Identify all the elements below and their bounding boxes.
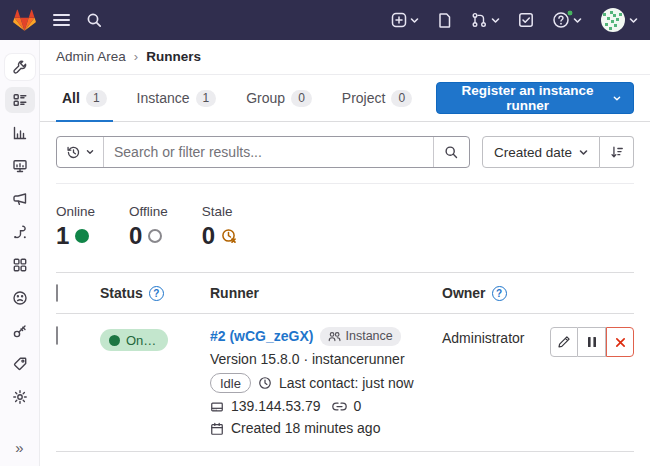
runner-tabs-row: All 1 Instance 1 Group 0 Project 0 Regis… xyxy=(40,75,650,122)
search-icon[interactable] xyxy=(86,12,103,29)
stale-count: 0 xyxy=(202,224,215,248)
runner-status-badge: Online xyxy=(100,329,168,351)
register-instance-runner-button[interactable]: Register an instance runner xyxy=(436,82,634,114)
select-all-checkbox[interactable] xyxy=(56,284,58,302)
online-dot-icon xyxy=(109,335,120,346)
top-navbar xyxy=(0,0,650,40)
gear-icon xyxy=(12,389,28,405)
offline-status-icon xyxy=(148,229,162,243)
runner-header: Runner xyxy=(210,285,259,301)
sidebar-item-labels[interactable] xyxy=(5,351,35,377)
runner-ip-address: 139.144.53.79 xyxy=(231,398,321,415)
user-avatar-menu[interactable] xyxy=(600,7,638,33)
sort-descending-icon xyxy=(610,145,624,159)
megaphone-icon xyxy=(12,191,28,207)
online-status-icon xyxy=(75,229,89,243)
filter-row: Created date xyxy=(56,136,634,184)
stale-clock-icon xyxy=(221,228,237,244)
chevron-down-icon xyxy=(579,149,588,156)
help-menu-button[interactable] xyxy=(552,11,582,29)
tab-group[interactable]: Group 0 xyxy=(240,75,318,121)
users-icon xyxy=(328,331,341,342)
online-count: 1 xyxy=(56,224,69,248)
sidebar-item-deploy-keys[interactable] xyxy=(5,318,35,344)
sidebar-item-abuse-reports[interactable] xyxy=(5,285,35,311)
status-help-icon[interactable]: ? xyxy=(149,286,164,301)
search-submit-button[interactable] xyxy=(433,137,469,167)
runner-idle-badge: Idle xyxy=(210,373,251,393)
sort-by-dropdown[interactable]: Created date xyxy=(482,136,600,168)
sidebar-item-messages[interactable] xyxy=(5,186,35,212)
new-menu-button[interactable] xyxy=(391,12,419,28)
status-header: Status xyxy=(100,285,143,301)
tab-all[interactable]: All 1 xyxy=(56,75,113,121)
sidebar-item-applications[interactable] xyxy=(5,252,35,278)
tag-icon xyxy=(12,356,28,372)
avatar xyxy=(600,7,626,33)
breadcrumb-separator: › xyxy=(134,49,138,64)
wrench-icon xyxy=(12,59,28,75)
runners-table: Status? Runner Owner? Online #2 (wCG_zeG… xyxy=(56,272,634,452)
chevron-down-icon xyxy=(410,17,419,24)
chevron-down-icon xyxy=(629,17,638,24)
owner-header: Owner xyxy=(442,285,486,301)
tab-project-count: 0 xyxy=(391,90,412,107)
sort-direction-button[interactable] xyxy=(600,136,634,168)
todos-button[interactable] xyxy=(518,12,534,28)
chevron-down-icon xyxy=(613,95,621,102)
owner-help-icon[interactable]: ? xyxy=(492,286,507,301)
sort-controls: Created date xyxy=(482,136,634,168)
runner-last-contact: Last contact: just now xyxy=(279,375,414,392)
gitlab-logo[interactable] xyxy=(12,8,37,32)
breadcrumb-admin-area-link[interactable]: Admin Area xyxy=(56,49,126,64)
admin-sidebar: » xyxy=(0,40,40,466)
bar-chart-icon xyxy=(12,125,28,141)
applications-grid-icon xyxy=(12,257,28,273)
merge-requests-button[interactable] xyxy=(471,12,500,28)
issues-button[interactable] xyxy=(437,12,453,29)
sidebar-item-runners[interactable] xyxy=(5,87,35,113)
tab-all-count: 1 xyxy=(86,90,107,107)
breadcrumb: Admin Area › Runners xyxy=(40,40,650,75)
close-icon xyxy=(615,337,626,348)
disk-icon xyxy=(210,400,224,414)
main-content: Admin Area › Runners All 1 Instance 1 Gr… xyxy=(40,40,650,466)
link-icon xyxy=(332,401,347,412)
runner-created-time: Created 18 minutes ago xyxy=(231,420,380,437)
stat-online: Online 1 xyxy=(56,204,95,248)
chevron-down-icon xyxy=(86,149,94,155)
sidebar-item-system-hooks[interactable] xyxy=(5,219,35,245)
sidebar-item-monitoring[interactable] xyxy=(5,153,35,179)
runner-status-stats: Online 1 Offline 0 Stale 0 xyxy=(40,184,650,272)
search-history-dropdown[interactable] xyxy=(57,137,104,167)
pencil-icon xyxy=(557,335,571,349)
runner-owner-link[interactable]: Administrator xyxy=(442,330,524,346)
tab-instance[interactable]: Instance 1 xyxy=(131,75,223,121)
row-checkbox[interactable] xyxy=(56,326,58,345)
notification-dot xyxy=(566,9,574,17)
pause-runner-button[interactable] xyxy=(578,327,606,357)
clock-icon xyxy=(258,376,272,390)
sidebar-item-settings[interactable] xyxy=(5,384,35,410)
search-icon xyxy=(444,145,459,160)
sidebar-item-admin-overview[interactable] xyxy=(5,54,35,80)
edit-runner-button[interactable] xyxy=(550,327,578,357)
runner-row: Online #2 (wCG_zeGX) Instance Version 15… xyxy=(56,314,634,452)
runner-name-link[interactable]: #2 (wCG_zeGX) xyxy=(210,328,313,345)
monitor-icon xyxy=(12,158,28,174)
frown-face-icon xyxy=(12,290,28,306)
calendar-icon xyxy=(210,422,224,436)
hook-icon xyxy=(12,224,28,240)
sidebar-item-analytics[interactable] xyxy=(5,120,35,146)
runner-version: Version 15.8.0 · instancerunner xyxy=(210,351,405,368)
stat-offline: Offline 0 xyxy=(129,204,168,248)
tab-project[interactable]: Project 0 xyxy=(336,75,418,121)
hamburger-menu-icon[interactable] xyxy=(53,13,70,27)
delete-runner-button[interactable] xyxy=(606,327,634,357)
search-input[interactable] xyxy=(104,144,433,160)
filtered-search-box xyxy=(56,136,470,168)
runner-jobs-count[interactable]: 0 xyxy=(354,398,362,415)
chevron-down-icon xyxy=(573,17,582,24)
sidebar-collapse-button[interactable]: » xyxy=(0,439,39,456)
offline-count: 0 xyxy=(129,224,142,248)
